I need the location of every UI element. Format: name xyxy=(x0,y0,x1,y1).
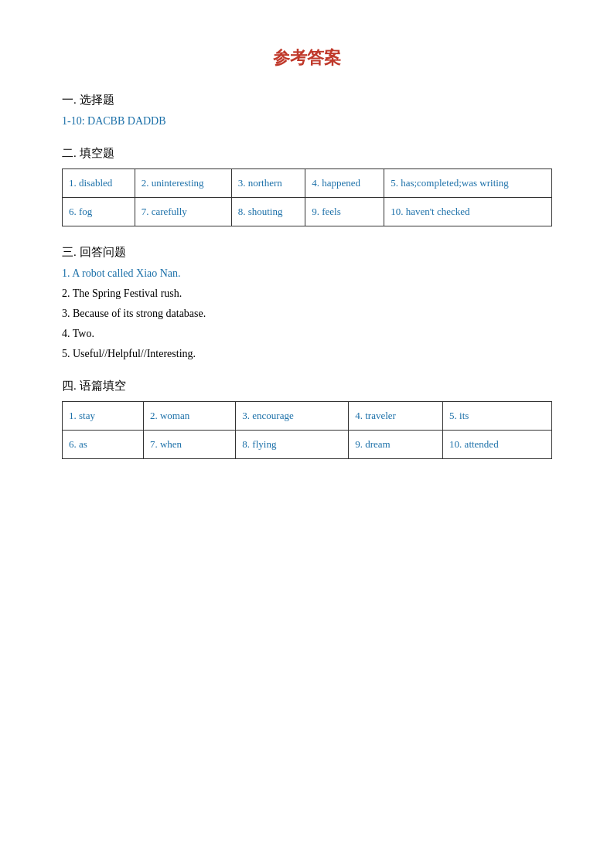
table-cell: 10. attended xyxy=(443,431,552,459)
qa-item: 1. A robot called Xiao Nan. xyxy=(62,267,552,280)
table-cell: 7. carefully xyxy=(135,198,231,226)
section-qa: 三. 回答问题 1. A robot called Xiao Nan.2. Th… xyxy=(62,245,552,360)
qa-item: 2. The Spring Festival rush. xyxy=(62,288,552,300)
page-title: 参考答案 xyxy=(62,46,552,70)
table-cell: 5. has;completed;was writing xyxy=(384,169,552,198)
table-cell: 3. northern xyxy=(231,169,305,198)
section4-heading: 四. 语篇填空 xyxy=(62,379,552,393)
table-cell: 3. encourage xyxy=(236,402,349,431)
table-cell: 2. uninteresting xyxy=(135,169,231,198)
qa-item: 3. Because of its strong database. xyxy=(62,308,552,320)
table-cell: 4. traveler xyxy=(349,402,443,431)
table-cell: 2. woman xyxy=(143,402,235,431)
qa-item: 4. Two. xyxy=(62,328,552,340)
section1-heading: 一. 选择题 xyxy=(62,93,552,107)
section-passage-fill: 四. 语篇填空 1. stay2. woman3. encourage4. tr… xyxy=(62,379,552,459)
section2-table: 1. disabled2. uninteresting3. northern4.… xyxy=(62,168,552,226)
section-fill-blanks: 二. 填空题 1. disabled2. uninteresting3. nor… xyxy=(62,146,552,226)
table-cell: 1. disabled xyxy=(63,169,135,198)
table-cell: 6. fog xyxy=(63,198,135,226)
table-cell: 8. shouting xyxy=(231,198,305,226)
qa-item: 5. Useful//Helpful//Interesting. xyxy=(62,348,552,360)
section4-table: 1. stay2. woman3. encourage4. traveler5.… xyxy=(62,401,552,459)
table-cell: 7. when xyxy=(143,431,235,459)
table-cell: 4. happened xyxy=(305,169,384,198)
section1-answers: 1-10: DACBB DADDB xyxy=(62,115,552,128)
table-cell: 10. haven't checked xyxy=(384,198,552,226)
table-cell: 9. dream xyxy=(349,431,443,459)
table-cell: 9. feels xyxy=(305,198,384,226)
section-multiple-choice: 一. 选择题 1-10: DACBB DADDB xyxy=(62,93,552,128)
table-cell: 5. its xyxy=(443,402,552,431)
section3-heading: 三. 回答问题 xyxy=(62,245,552,260)
table-cell: 6. as xyxy=(63,431,144,459)
table-cell: 1. stay xyxy=(63,402,144,431)
table-cell: 8. flying xyxy=(236,431,349,459)
section2-heading: 二. 填空题 xyxy=(62,146,552,161)
